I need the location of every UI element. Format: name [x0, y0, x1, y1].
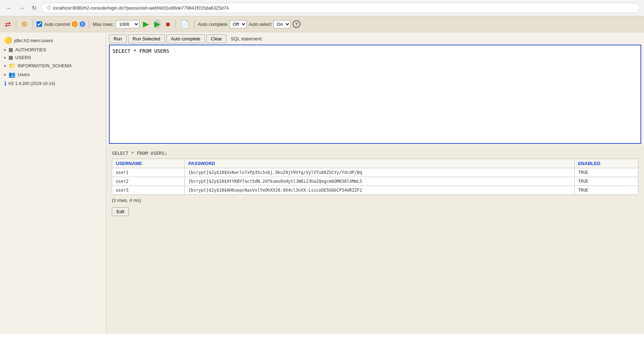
auto-commit-checkbox[interactable] [36, 21, 42, 27]
table-row: user1{bcrypt}$2y$10$UvKwrln7xPp35c5sbj.9… [112, 168, 638, 177]
content-area: Run Run Selected Auto complete Clear SQL… [106, 32, 644, 334]
address-bar: ⓘ localhost:8080/h2-console/login.do?jse… [41, 3, 640, 13]
sidebar-db-connection[interactable]: 🟡 jdbc:h2:mem:users [0, 35, 106, 46]
separator-1 [16, 20, 16, 28]
sidebar: 🟡 jdbc:h2:mem:users ▸ ▦ AUTHORITIES ▸ ▦ … [0, 32, 106, 334]
csv-button[interactable]: 📄 [179, 19, 191, 29]
results-panel: SELECT * FROM USERS; USERNAME PASSWORD E… [106, 146, 644, 334]
sidebar-item-authorities[interactable]: ▸ ▦ AUTHORITIES [0, 46, 106, 53]
run-button-toolbar[interactable]: ▶ [142, 19, 150, 29]
disconnect-icon: ⇄ [5, 20, 11, 28]
sql-statement-label: SQL statement: [231, 36, 263, 41]
app-toolbar: ⇄ ⚙ Auto commit 0 0 Max rows: 1000 500 1… [0, 16, 644, 32]
run-selected-button[interactable]: Run Selected [128, 34, 165, 43]
preferences-icon: ⚙ [21, 20, 28, 28]
auto-complete-button[interactable]: Auto complete [166, 34, 205, 43]
badge-orange: 0 [72, 21, 77, 27]
badge-blue: 0 [80, 21, 85, 27]
auto-select-label: Auto select [249, 22, 271, 27]
separator-5 [194, 20, 195, 28]
max-rows-label: Max rows: [93, 22, 114, 27]
lock-icon: ⓘ [47, 5, 51, 11]
col-header-password: PASSWORD [185, 159, 575, 168]
db-icon: 🟡 [4, 36, 12, 44]
auto-complete-select[interactable]: Off On [230, 20, 247, 28]
separator-3 [89, 20, 89, 28]
results-count: (3 rows, 4 ms) [112, 198, 638, 203]
disconnect-button[interactable]: ⇄ [4, 19, 12, 29]
table-icon-users: ▦ [8, 55, 13, 60]
run-button[interactable]: Run [109, 34, 127, 43]
folder-icon-info: 📁 [8, 62, 16, 69]
browser-chrome: ← → ↻ ⓘ localhost:8080/h2-console/login.… [0, 0, 644, 16]
sidebar-item-users-table[interactable]: ▸ ▦ USERS [0, 53, 106, 61]
play-icon: ▶ [143, 19, 149, 29]
cell-username: user3 [112, 186, 185, 195]
db-name: jdbc:h2:mem:users [14, 38, 53, 43]
cell-password: {bcrypt}$2y$10$AH6uepcNasVxlYeOhXX20.OX4… [185, 186, 575, 195]
sidebar-version: ℹ H2 1.4.200 (2019-10-14) [0, 79, 106, 88]
sidebar-label-users-obj: Users [18, 72, 30, 77]
forward-button[interactable]: → [17, 4, 27, 13]
table-icon-authorities: ▦ [8, 47, 13, 52]
sql-editor[interactable]: SELECT * FROM USERS [109, 45, 641, 144]
sidebar-item-users-object[interactable]: ▸ 👥 Users [0, 70, 106, 79]
sql-toolbar: Run Run Selected Auto complete Clear SQL… [106, 32, 644, 43]
cell-password: {bcrypt}$2y$10$9tYKBY7act5dN.2d7kumuOsHy… [185, 177, 575, 186]
users-icon: 👥 [8, 71, 16, 78]
cell-username: user1 [112, 168, 185, 177]
expand-icon-authorities: ▸ [4, 47, 6, 52]
version-text: H2 1.4.200 (2019-10-14) [8, 81, 55, 86]
sidebar-item-information-schema[interactable]: ▸ 📁 INFORMATION_SCHEMA [0, 61, 106, 70]
reload-button[interactable]: ↻ [30, 3, 39, 13]
col-header-username: USERNAME [112, 159, 185, 168]
col-header-enabled: ENABLED [574, 159, 638, 168]
cell-username: user2 [112, 177, 185, 186]
cell-enabled: TRUE [574, 177, 638, 186]
expand-icon-users-obj: ▸ [4, 72, 6, 77]
table-row: user3{bcrypt}$2y$10$AH6uepcNasVxlYeOhXX2… [112, 186, 638, 195]
preferences-button[interactable]: ⚙ [20, 19, 29, 29]
table-header-row: USERNAME PASSWORD ENABLED [112, 159, 638, 168]
auto-commit-label: Auto commit [44, 22, 70, 27]
results-query-label: SELECT * FROM USERS; [112, 151, 638, 156]
run-current-button[interactable]: ▶ [153, 18, 162, 30]
url-text: localhost:8080/h2-console/login.do?jsess… [53, 5, 229, 11]
max-rows-select[interactable]: 1000 500 100 10000 [116, 20, 139, 28]
clear-button[interactable]: Clear [206, 34, 226, 43]
results-table: USERNAME PASSWORD ENABLED user1{bcrypt}$… [112, 159, 638, 195]
expand-icon-users: ▸ [4, 55, 6, 60]
edit-button[interactable]: Edit [112, 207, 129, 216]
sidebar-label-users: USERS [15, 55, 31, 60]
stop-icon: ■ [166, 20, 170, 28]
csv-icon: 📄 [180, 20, 189, 28]
cell-enabled: TRUE [574, 168, 638, 177]
play2-icon: ▶ [154, 19, 161, 29]
back-button[interactable]: ← [4, 4, 14, 13]
cell-password: {bcrypt}$2y$10$UvKwrln7xPp35c5sbj.9kuZ9j… [185, 168, 575, 177]
expand-icon-info: ▸ [4, 63, 6, 68]
main-layout: 🟡 jdbc:h2:mem:users ▸ ▦ AUTHORITIES ▸ ▦ … [0, 32, 644, 334]
stop-button[interactable]: ■ [164, 19, 171, 29]
auto-select-select[interactable]: On Off [274, 20, 291, 28]
cell-enabled: TRUE [574, 186, 638, 195]
help-button[interactable]: ? [293, 20, 300, 28]
sql-editor-wrapper: SELECT * FROM USERS [109, 45, 641, 145]
auto-complete-toolbar-label: Auto complete [198, 22, 228, 27]
separator-4 [175, 20, 176, 28]
sidebar-label-info-schema: INFORMATION_SCHEMA [18, 63, 72, 68]
sidebar-label-authorities: AUTHORITIES [15, 47, 46, 52]
separator-2 [33, 20, 33, 28]
table-row: user2{bcrypt}$2y$10$9tYKBY7act5dN.2d7kum… [112, 177, 638, 186]
info-icon-version: ℹ [4, 80, 6, 87]
